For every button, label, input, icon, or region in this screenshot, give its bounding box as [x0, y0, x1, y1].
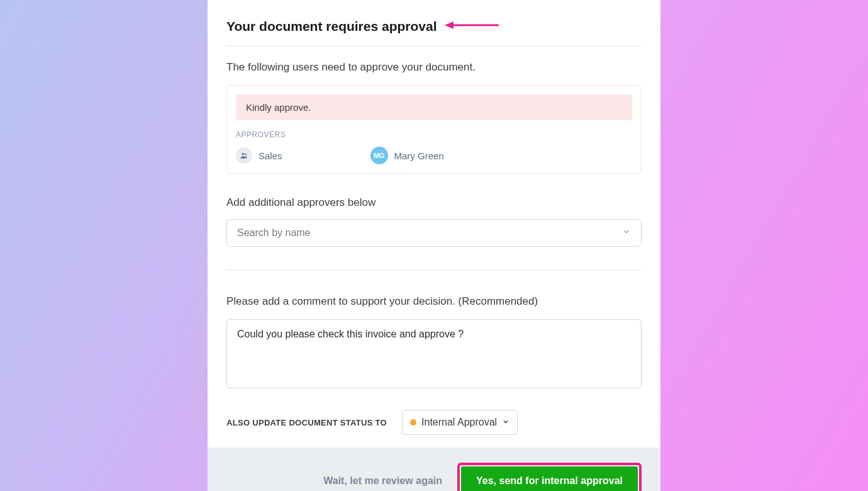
approver-item-sales: Sales	[236, 147, 282, 164]
group-icon	[236, 147, 252, 164]
avatar: MG	[370, 147, 388, 164]
approver-name: Mary Green	[394, 150, 444, 161]
svg-marker-1	[445, 21, 453, 29]
approver-search-select[interactable]: Search by name	[226, 219, 642, 247]
cancel-button[interactable]: Wait, let me review again	[323, 475, 442, 487]
dialog-content: Your document requires approval The foll…	[208, 0, 660, 448]
divider	[226, 269, 642, 270]
comment-label: Please add a comment to support your dec…	[226, 295, 642, 308]
approvers-label: APPROVERS	[236, 130, 632, 139]
arrow-left-icon	[445, 21, 500, 32]
send-approval-button[interactable]: Yes, send for internal approval	[461, 466, 638, 491]
svg-point-2	[242, 153, 245, 155]
status-select[interactable]: Internal Approval	[402, 410, 518, 435]
approvers-panel: Kindly approve. APPROVERS Sales	[226, 85, 642, 174]
status-value: Internal Approval	[421, 417, 497, 428]
search-placeholder: Search by name	[237, 227, 311, 239]
chevron-down-icon	[502, 417, 509, 428]
approval-notice: Kindly approve.	[236, 94, 632, 120]
chevron-down-icon	[622, 227, 631, 239]
svg-point-3	[245, 154, 247, 155]
intro-text: The following users need to approve your…	[226, 61, 642, 74]
approval-dialog: Your document requires approval The foll…	[208, 0, 660, 491]
status-update-label: ALSO UPDATE DOCUMENT STATUS TO	[226, 418, 387, 427]
page-title: Your document requires approval	[226, 19, 437, 34]
status-row: ALSO UPDATE DOCUMENT STATUS TO Internal …	[226, 410, 642, 435]
status-dot-icon	[410, 419, 416, 426]
add-approvers-label: Add additional approvers below	[226, 196, 642, 209]
dialog-footer: Wait, let me review again Yes, send for …	[208, 448, 660, 491]
comment-input[interactable]	[226, 319, 642, 388]
title-row: Your document requires approval	[226, 19, 642, 46]
approvers-list: Sales MG Mary Green	[236, 147, 632, 164]
approver-item-mary: MG Mary Green	[370, 147, 444, 164]
confirm-highlight: Yes, send for internal approval	[457, 463, 642, 491]
approver-name: Sales	[259, 150, 282, 161]
